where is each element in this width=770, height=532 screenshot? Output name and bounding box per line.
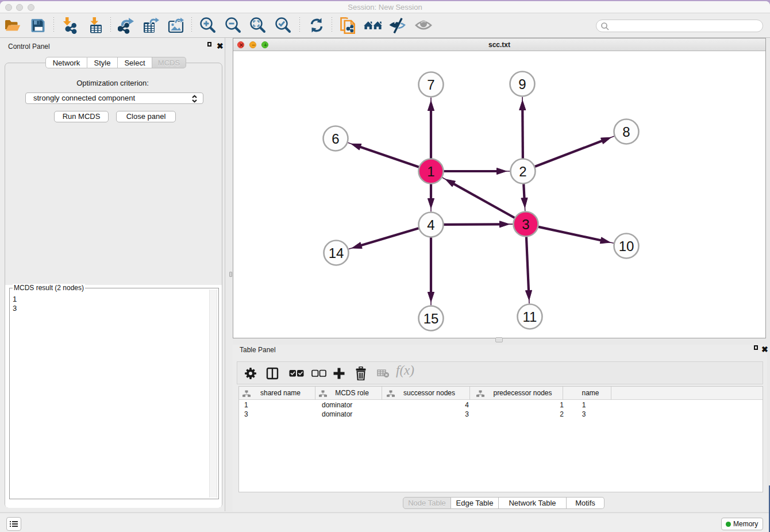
svg-text:1: 1 (427, 164, 434, 179)
svg-text:4: 4 (427, 217, 434, 233)
svg-text:15: 15 (424, 311, 439, 326)
svg-text:2: 2 (519, 164, 526, 179)
svg-text:6: 6 (332, 131, 339, 147)
svg-text:10: 10 (619, 238, 634, 254)
svg-text:8: 8 (622, 124, 630, 140)
svg-text:9: 9 (518, 76, 526, 92)
svg-text:11: 11 (523, 309, 537, 325)
svg-text:3: 3 (522, 217, 529, 232)
svg-text:14: 14 (329, 245, 344, 261)
svg-text:7: 7 (427, 77, 434, 92)
